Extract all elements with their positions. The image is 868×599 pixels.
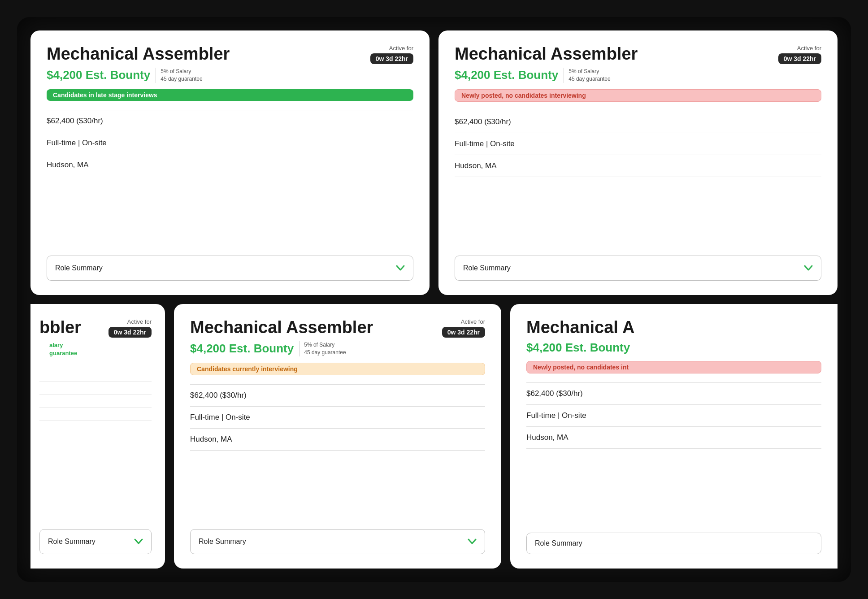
- salary-row-top-right: $62,400 ($30/hr): [455, 111, 821, 133]
- bottom-row: bbler Active for 0w 3d 22hr alary guaran…: [30, 304, 838, 569]
- bounty-details-bottom-left: alary guarantee: [45, 341, 77, 357]
- bounty-row-bottom-left: alary guarantee: [39, 341, 152, 357]
- active-for-label-top-left: Active for: [389, 45, 413, 52]
- active-for-badge-top-left: 0w 3d 22hr: [370, 53, 413, 64]
- active-for-badge-bottom-center: 0w 3d 22hr: [442, 327, 485, 338]
- card-bottom-left-header: bbler Active for 0w 3d 22hr: [39, 318, 152, 338]
- location-row-bottom-right: Hudson, MA: [526, 427, 821, 449]
- role-summary-label-bottom-left: Role Summary: [48, 538, 95, 546]
- location-row-top-right: Hudson, MA: [455, 155, 821, 177]
- card-top-left: Mechanical Assembler Active for 0w 3d 22…: [30, 30, 430, 295]
- bounty-amount-bottom-center: $4,200 Est. Bounty: [190, 342, 294, 356]
- card-top-left-title: Mechanical Assembler: [47, 45, 230, 64]
- bounty-amount-top-left: $4,200 Est. Bounty: [47, 68, 150, 82]
- jobtype-row-top-left: Full-time | On-site: [47, 132, 413, 154]
- role-summary-label-bottom-right: Role Summary: [535, 539, 582, 547]
- jobtype-row-bottom-right: Full-time | On-site: [526, 405, 821, 427]
- bounty-amount-top-right: $4,200 Est. Bounty: [455, 68, 558, 82]
- bounty-row-bottom-right: $4,200 Est. Bounty: [526, 341, 821, 355]
- bounty-row-top-right: $4,200 Est. Bounty 5% of Salary 45 day g…: [455, 68, 821, 83]
- card-bottom-center-title: Mechanical Assembler: [190, 318, 373, 337]
- card-bottom-center-header: Mechanical Assembler Active for 0w 3d 22…: [190, 318, 485, 338]
- main-container: Mechanical Assembler Active for 0w 3d 22…: [17, 17, 851, 582]
- active-for-block-top-left: Active for 0w 3d 22hr: [370, 45, 413, 64]
- card-bottom-right-title: Mechanical A: [526, 318, 634, 337]
- status-badge-top-right: Newly posted, no candidates interviewing: [455, 89, 821, 102]
- top-row: Mechanical Assembler Active for 0w 3d 22…: [30, 30, 838, 295]
- location-row-top-left: Hudson, MA: [47, 154, 413, 176]
- bounty-row-top-left: $4,200 Est. Bounty 5% of Salary 45 day g…: [47, 68, 413, 83]
- card-bottom-right: Mechanical A $4,200 Est. Bounty Newly po…: [510, 304, 838, 569]
- bounty-details-top-right: 5% of Salary 45 day guarantee: [564, 68, 610, 83]
- jobtype-row-top-right: Full-time | On-site: [455, 133, 821, 155]
- card-info-bottom-left: [39, 382, 152, 518]
- card-top-right-header: Mechanical Assembler Active for 0w 3d 22…: [455, 45, 821, 64]
- role-summary-label-top-left: Role Summary: [55, 264, 103, 272]
- bounty-amount-bottom-right: $4,200 Est. Bounty: [526, 341, 630, 355]
- status-badge-bottom-center: Candidates currently interviewing: [190, 363, 485, 375]
- card-info-bottom-center: $62,400 ($30/hr) Full-time | On-site Hud…: [190, 384, 485, 518]
- card-info-top-right: $62,400 ($30/hr) Full-time | On-site Hud…: [455, 111, 821, 245]
- card-bottom-center: Mechanical Assembler Active for 0w 3d 22…: [174, 304, 501, 569]
- chevron-down-icon-bottom-left: [134, 536, 143, 547]
- active-for-badge-top-right: 0w 3d 22hr: [778, 53, 821, 64]
- bounty-row-bottom-center: $4,200 Est. Bounty 5% of Salary 45 day g…: [190, 341, 485, 356]
- card-bottom-left: bbler Active for 0w 3d 22hr alary guaran…: [30, 304, 165, 569]
- card-top-right: Mechanical Assembler Active for 0w 3d 22…: [438, 30, 838, 295]
- chevron-down-icon-top-right: [804, 262, 813, 274]
- salary-row-bottom-left: [39, 382, 152, 395]
- card-info-bottom-right: $62,400 ($30/hr) Full-time | On-site Hud…: [526, 382, 821, 522]
- status-badge-top-left: Candidates in late stage interviews: [47, 89, 413, 101]
- card-top-left-header: Mechanical Assembler Active for 0w 3d 22…: [47, 45, 413, 64]
- active-for-block-bottom-center: Active for 0w 3d 22hr: [442, 318, 485, 338]
- status-badge-bottom-right: Newly posted, no candidates int: [526, 361, 821, 373]
- salary-row-bottom-right: $62,400 ($30/hr): [526, 382, 821, 405]
- role-summary-button-top-right[interactable]: Role Summary: [455, 256, 821, 281]
- spacer-bottom-left: [39, 364, 152, 382]
- jobtype-row-bottom-left: [39, 395, 152, 408]
- location-row-bottom-left: [39, 408, 152, 421]
- location-row-bottom-center: Hudson, MA: [190, 429, 485, 451]
- active-for-label-bottom-left: Active for: [127, 318, 152, 325]
- role-summary-label-top-right: Role Summary: [463, 264, 511, 272]
- role-summary-label-bottom-center: Role Summary: [199, 538, 246, 546]
- role-summary-button-bottom-center[interactable]: Role Summary: [190, 529, 485, 554]
- jobtype-row-bottom-center: Full-time | On-site: [190, 407, 485, 429]
- active-for-label-bottom-center: Active for: [461, 318, 485, 325]
- chevron-down-icon-top-left: [396, 262, 405, 274]
- card-bottom-left-title: bbler: [39, 318, 81, 337]
- card-top-right-title: Mechanical Assembler: [455, 45, 638, 64]
- card-bottom-right-header: Mechanical A: [526, 318, 821, 337]
- bounty-details-bottom-center: 5% of Salary 45 day guarantee: [299, 341, 346, 356]
- role-summary-button-top-left[interactable]: Role Summary: [47, 256, 413, 281]
- role-summary-button-bottom-right[interactable]: Role Summary: [526, 533, 821, 554]
- active-for-block-bottom-left: Active for 0w 3d 22hr: [108, 318, 152, 338]
- active-for-label-top-right: Active for: [797, 45, 821, 52]
- active-for-block-top-right: Active for 0w 3d 22hr: [778, 45, 821, 64]
- role-summary-button-bottom-left[interactable]: Role Summary: [39, 529, 152, 554]
- bounty-details-top-left: 5% of Salary 45 day guarantee: [156, 68, 202, 83]
- active-for-badge-bottom-left: 0w 3d 22hr: [108, 327, 152, 338]
- chevron-down-icon-bottom-center: [468, 536, 477, 547]
- salary-row-bottom-center: $62,400 ($30/hr): [190, 384, 485, 407]
- card-info-top-left: $62,400 ($30/hr) Full-time | On-site Hud…: [47, 110, 413, 245]
- salary-row-top-left: $62,400 ($30/hr): [47, 110, 413, 132]
